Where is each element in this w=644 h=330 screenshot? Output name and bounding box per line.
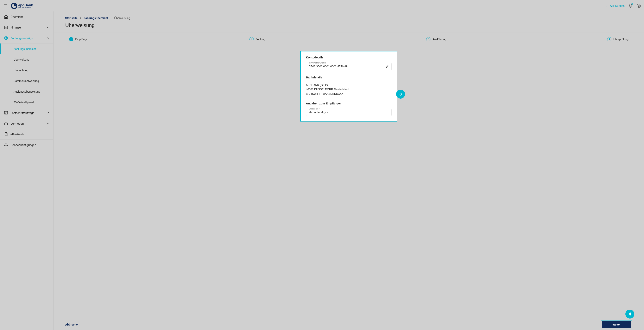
- sidebar-item-direct-debit[interactable]: Lastschriftaufträge: [0, 108, 53, 118]
- document-icon: [4, 132, 8, 136]
- page-title: Überweisung: [65, 22, 632, 28]
- breadcrumb-link-overview[interactable]: Zahlungsübersicht: [84, 17, 108, 20]
- sidebar: Übersicht Finanzen Zahlungsaufträge Zahl…: [0, 12, 54, 330]
- annotation-bubble-4: 4: [626, 310, 634, 318]
- section-title-recipient: Angaben zum Empfänger: [306, 102, 392, 105]
- chevron-up-icon: [46, 36, 50, 40]
- app-header: apoBank Bank der Gesundheit Alle Kunden: [0, 0, 644, 12]
- payments-icon: [4, 36, 8, 40]
- recipient-label: Empfänger *: [308, 108, 320, 110]
- chevron-down-icon: [46, 111, 50, 115]
- notification-indicator: [632, 3, 633, 5]
- sidebar-item-finances[interactable]: Finanzen: [0, 22, 53, 33]
- sidebar-item-notifications[interactable]: Benachrichtigungen: [0, 140, 53, 150]
- step-payment[interactable]: 2 Zahlung: [250, 37, 266, 41]
- cancel-button[interactable]: Abbrechen: [65, 323, 79, 326]
- sidebar-sub-file-upload[interactable]: ZV-Datei-Upload: [0, 97, 53, 108]
- iban-value: DE02 3006 0601 0002 4746 89: [308, 65, 386, 68]
- iban-label: IBAN/Kontonummer *: [308, 62, 328, 64]
- sidebar-sub-rebooking[interactable]: Umbuchung: [0, 65, 53, 76]
- breadcrumb: Startseite Zahlungsübersicht Überweisung: [65, 17, 632, 20]
- section-title-account: Kontodetails: [306, 56, 392, 59]
- footer-actions: Abbrechen Weiter 4: [54, 319, 644, 330]
- breadcrumb-link-home[interactable]: Startseite: [65, 17, 78, 20]
- assets-icon: [4, 121, 8, 126]
- pencil-icon[interactable]: [386, 65, 389, 68]
- bank-city: 40001 DUSSELDORF, Deutschland: [306, 87, 392, 91]
- brand-tagline: Bank der Gesundheit: [18, 7, 33, 8]
- sidebar-item-overview[interactable]: Übersicht: [0, 12, 53, 22]
- iban-field[interactable]: IBAN/Kontonummer * DE02 3006 0601 0002 4…: [306, 63, 392, 70]
- sidebar-sub-transfer[interactable]: Überweisung: [0, 54, 53, 65]
- annotation-bubble-3: 3: [396, 90, 405, 99]
- finances-icon: [4, 25, 8, 30]
- brand-name: apoBank: [18, 3, 33, 7]
- home-icon: [4, 15, 8, 19]
- recipient-field[interactable]: Empfänger * Michaela Mayer: [306, 109, 392, 116]
- hamburger-icon[interactable]: [3, 4, 8, 8]
- section-title-bank: Bankdetails: [306, 76, 392, 79]
- main-content: Startseite Zahlungsübersicht Überweisung…: [54, 12, 644, 330]
- chevron-down-icon: [46, 26, 50, 29]
- sidebar-item-label: Übersicht: [10, 15, 23, 19]
- bell-icon: [4, 143, 8, 147]
- svg-point-5: [638, 5, 639, 6]
- sidebar-item-label: Finanzen: [10, 26, 22, 29]
- step-review[interactable]: 4 Überprüfung: [607, 37, 628, 41]
- step-execution[interactable]: 3 Ausführung: [426, 37, 446, 41]
- bank-name: APOBANK (GF P2): [306, 83, 392, 87]
- wizard-stepper: 1 Empfänger 2 Zahlung 3 Ausführung 4 Übe…: [65, 37, 632, 41]
- sidebar-item-assets[interactable]: Vermögen: [0, 118, 53, 129]
- sidebar-sub-batch-transfer[interactable]: Sammelüberweisung: [0, 76, 53, 86]
- sidebar-item-label: Benachrichtigungen: [10, 143, 36, 147]
- recipient-form-card: Kontodetails IBAN/Kontonummer * DE02 300…: [300, 51, 397, 122]
- recipient-value: Michaela Mayer: [308, 111, 389, 114]
- sidebar-item-label: Lastschriftaufträge: [10, 111, 34, 115]
- sidebar-sub-payment-overview[interactable]: Zahlungsübersicht: [0, 44, 53, 54]
- chevron-right-icon: [80, 17, 82, 19]
- sidebar-sub-foreign-transfer[interactable]: Auslandsüberweisung: [0, 86, 53, 97]
- step-recipient[interactable]: 1 Empfänger: [69, 37, 88, 41]
- customer-filter-label: Alle Kunden: [610, 4, 624, 7]
- next-button-highlight: Weiter: [601, 320, 632, 329]
- brand-logo[interactable]: apoBank Bank der Gesundheit: [11, 3, 33, 9]
- sidebar-item-label: Zahlungsaufträge: [10, 37, 33, 40]
- sidebar-item-label: ePostkorb: [10, 133, 24, 136]
- customer-filter[interactable]: Alle Kunden: [605, 4, 624, 8]
- chevron-right-icon: [110, 17, 112, 19]
- account-icon[interactable]: [637, 4, 641, 8]
- notifications-icon[interactable]: [628, 4, 633, 8]
- list-icon: [4, 111, 8, 115]
- bank-bic-row: BIC (SWIFT) DAAEDEDDXXX: [306, 92, 392, 96]
- sidebar-item-mailbox[interactable]: ePostkorb: [0, 129, 53, 140]
- sidebar-item-payments[interactable]: Zahlungsaufträge: [0, 33, 53, 44]
- next-button[interactable]: Weiter: [602, 321, 631, 328]
- sidebar-item-label: Vermögen: [10, 122, 24, 125]
- chevron-down-icon: [46, 122, 50, 125]
- breadcrumb-current: Überweisung: [114, 17, 130, 20]
